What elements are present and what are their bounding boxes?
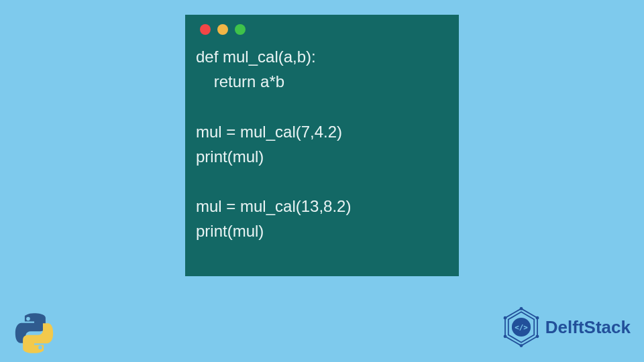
brand-badge: </> DelftStack [501, 307, 631, 347]
delftstack-logo-icon: </> [501, 307, 541, 347]
svg-point-6 [535, 335, 539, 338]
code-line: mul = mul_cal(7,4.2) [196, 123, 342, 141]
maximize-icon [235, 24, 246, 35]
code-line: print(mul) [196, 147, 264, 166]
brand-name: DelftStack [545, 317, 631, 338]
svg-point-4 [519, 307, 523, 310]
code-line: def mul_cal(a,b): [196, 48, 316, 66]
svg-point-9 [503, 316, 506, 320]
minimize-icon [217, 24, 228, 35]
svg-text:</>: </> [515, 323, 528, 332]
code-line: return a*b [196, 72, 284, 90]
code-line: mul = mul_cal(13,8.2) [196, 197, 351, 215]
window-traffic-lights [196, 24, 448, 35]
code-window: def mul_cal(a,b): return a*b mul = mul_c… [185, 15, 459, 276]
code-snippet: def mul_cal(a,b): return a*b mul = mul_c… [196, 44, 448, 244]
svg-point-8 [503, 335, 506, 338]
code-line: print(mul) [196, 222, 264, 240]
svg-point-7 [519, 344, 523, 347]
svg-point-5 [535, 316, 539, 320]
python-logo-icon [13, 312, 55, 354]
close-icon [200, 24, 211, 35]
